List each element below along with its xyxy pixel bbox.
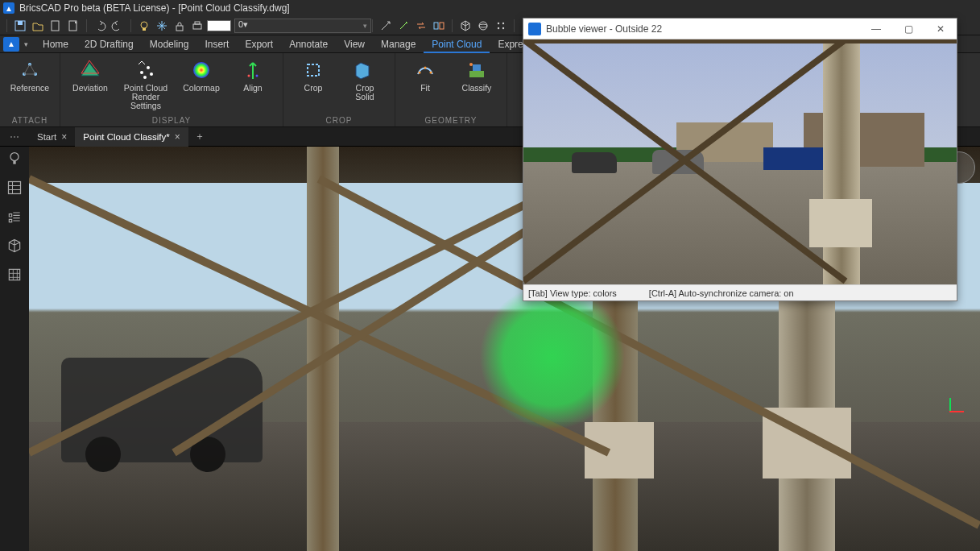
panels-toggle-icon[interactable]: ⋯ [6, 127, 23, 147]
convert-icon[interactable] [413, 18, 429, 34]
tool-deviation[interactable]: Deviation [65, 56, 115, 114]
lock-icon[interactable] [172, 18, 188, 34]
tool-label: Reference [10, 84, 49, 93]
maximize-button[interactable]: ▢ [892, 19, 924, 39]
svg-point-27 [150, 72, 153, 76]
svg-rect-1 [18, 21, 23, 25]
layers-panel-icon[interactable] [6, 208, 23, 226]
tab-point-cloud[interactable]: Point Cloud [424, 35, 490, 53]
doc-tab-label: Start [37, 132, 56, 142]
tab-annotate[interactable]: Annotate [281, 35, 336, 53]
tool-label: Deviation [72, 84, 108, 93]
svg-point-4 [141, 22, 147, 28]
bubble-pillar-base [809, 199, 872, 247]
save-icon[interactable] [12, 18, 28, 34]
tool-fit[interactable]: Fit [400, 56, 450, 114]
reference-icon [18, 58, 42, 82]
svg-point-35 [430, 72, 432, 74]
bubble-structure [523, 39, 765, 160]
tool-label: Classify [462, 84, 492, 93]
doc-tab[interactable]: Point Cloud Classify*× [75, 127, 188, 147]
svg-point-11 [479, 22, 487, 30]
sphere-icon[interactable] [475, 18, 491, 34]
cube-icon[interactable] [457, 18, 473, 34]
new2-icon[interactable] [65, 18, 81, 34]
close-icon[interactable]: × [175, 131, 180, 143]
classify-icon [465, 58, 489, 82]
lightbulb-icon[interactable] [136, 18, 152, 34]
svg-point-13 [498, 22, 499, 23]
crop-solid-icon [353, 58, 377, 82]
tab-modeling[interactable]: Modeling [142, 35, 197, 53]
tool-render-settings[interactable]: Point CloudRender Settings [117, 56, 175, 114]
tab-manage[interactable]: Manage [373, 35, 424, 53]
svg-point-16 [502, 27, 504, 28]
app-logo-icon: ▲ [3, 2, 14, 14]
render-settings-icon [134, 58, 158, 82]
panel-title: DISPLAY [65, 114, 278, 125]
layer-control: 0 ▾ [207, 19, 367, 33]
bubble-status-viewtype: [Tab] View type: colors [528, 288, 617, 298]
spreadsheet-icon[interactable] [6, 266, 23, 284]
svg-point-15 [498, 27, 499, 28]
doc-tab[interactable]: Start× [29, 127, 75, 147]
chevron-down-icon[interactable]: ▾ [24, 40, 28, 48]
freeze-icon[interactable] [154, 18, 170, 34]
svg-point-14 [502, 22, 504, 23]
dots-icon[interactable] [493, 18, 509, 34]
bubble-viewport[interactable] [523, 39, 957, 284]
tool-a-icon[interactable] [378, 18, 394, 34]
bubble-app-icon [528, 23, 541, 35]
open-icon[interactable] [30, 18, 46, 34]
ribbon-panel-crop: CropCropSolidCROP [283, 53, 395, 126]
layer-color-swatch[interactable] [207, 20, 231, 31]
svg-point-30 [248, 75, 250, 77]
tab-2d-drafting[interactable]: 2D Drafting [76, 35, 142, 53]
tool-label: Align [243, 84, 262, 93]
svg-point-38 [469, 63, 473, 66]
close-button[interactable]: ✕ [924, 19, 957, 39]
tab-insert[interactable]: Insert [196, 35, 237, 53]
tool-label: Point CloudRender Settings [118, 84, 173, 110]
compare-icon[interactable] [431, 18, 447, 34]
layer-value: 0 [238, 19, 243, 29]
layer-dropdown[interactable]: 0 [234, 19, 371, 33]
crop-icon [301, 58, 325, 82]
tab-view[interactable]: View [336, 35, 373, 53]
bubble-ground [523, 162, 957, 284]
undo-icon[interactable] [92, 18, 108, 34]
tab-home[interactable]: Home [35, 35, 76, 53]
new-icon[interactable] [48, 18, 64, 34]
box-icon[interactable] [6, 237, 23, 255]
svg-rect-8 [195, 22, 200, 24]
app-title: BricsCAD Pro beta (BETA License) - [Poin… [19, 2, 290, 14]
left-toolbar [0, 147, 29, 551]
tool-classify[interactable]: Classify [452, 56, 502, 114]
new-tab-button[interactable]: ＋ [188, 130, 211, 143]
app-menu-button[interactable]: ▲ [3, 37, 19, 52]
redo-icon[interactable] [110, 18, 126, 34]
svg-rect-5 [143, 28, 146, 31]
bubble-status-bar: [Tab] View type: colors [Ctrl-A] Auto-sy… [523, 284, 957, 300]
svg-rect-32 [308, 64, 319, 76]
tool-align[interactable]: Align [228, 56, 278, 114]
tool-reference[interactable]: Reference [5, 56, 55, 114]
svg-point-33 [419, 72, 421, 74]
close-icon[interactable]: × [61, 131, 67, 143]
bubble-title-bar[interactable]: Bubble viewer - Outside 22 ― ▢ ✕ [523, 19, 957, 39]
bubble-status-sync: [Ctrl-A] Auto-synchronize camera: on [649, 288, 794, 298]
bubble-viewer-window[interactable]: Bubble viewer - Outside 22 ― ▢ ✕ [Tab] V… [523, 18, 957, 301]
tool-crop-solid[interactable]: CropSolid [340, 56, 390, 114]
app-window: ▲ BricsCAD Pro beta (BETA License) - [Po… [0, 0, 980, 551]
minimize-button[interactable]: ― [860, 19, 892, 39]
print-icon[interactable] [189, 18, 205, 34]
tool-colormap[interactable]: Colormap [176, 56, 226, 114]
svg-rect-47 [9, 269, 19, 280]
structure-icon[interactable] [6, 179, 23, 197]
title-bar: ▲ BricsCAD Pro beta (BETA License) - [Po… [0, 0, 980, 16]
tool-crop[interactable]: Crop [288, 56, 338, 114]
svg-rect-7 [193, 24, 201, 29]
tab-export[interactable]: Export [237, 35, 281, 53]
wand-icon[interactable] [395, 18, 411, 34]
tips-icon[interactable] [6, 150, 23, 168]
